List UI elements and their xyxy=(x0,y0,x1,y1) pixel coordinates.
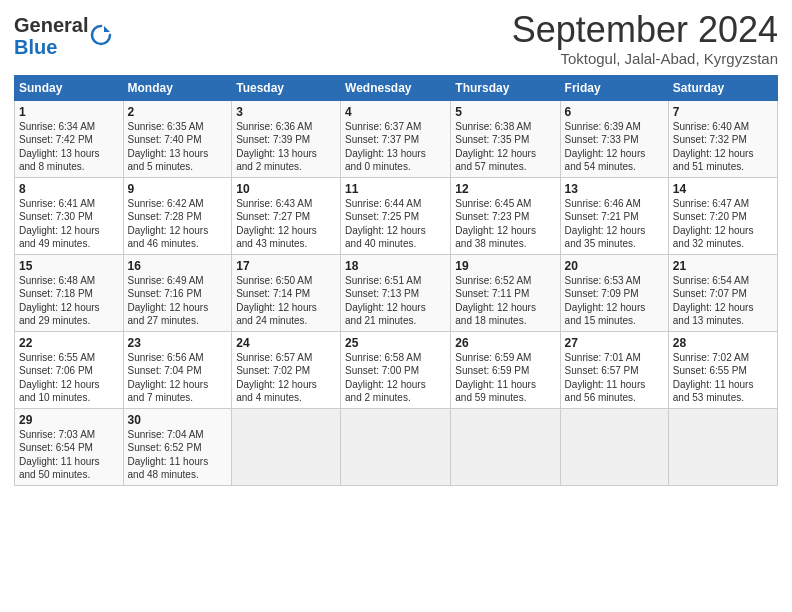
month-title: September 2024 xyxy=(512,10,778,50)
day-info: Sunrise: 6:59 AMSunset: 6:59 PMDaylight:… xyxy=(455,351,555,405)
day-number: 3 xyxy=(236,105,336,119)
day-number: 11 xyxy=(345,182,446,196)
table-cell xyxy=(451,408,560,485)
day-info: Sunrise: 6:40 AMSunset: 7:32 PMDaylight:… xyxy=(673,120,773,174)
day-info: Sunrise: 6:51 AMSunset: 7:13 PMDaylight:… xyxy=(345,274,446,328)
table-cell: 9Sunrise: 6:42 AMSunset: 7:28 PMDaylight… xyxy=(123,177,232,254)
day-info: Sunrise: 6:55 AMSunset: 7:06 PMDaylight:… xyxy=(19,351,119,405)
day-info: Sunrise: 6:37 AMSunset: 7:37 PMDaylight:… xyxy=(345,120,446,174)
table-cell: 17Sunrise: 6:50 AMSunset: 7:14 PMDayligh… xyxy=(232,254,341,331)
week-row-4: 22Sunrise: 6:55 AMSunset: 7:06 PMDayligh… xyxy=(15,331,778,408)
table-cell: 3Sunrise: 6:36 AMSunset: 7:39 PMDaylight… xyxy=(232,100,341,177)
day-info: Sunrise: 6:36 AMSunset: 7:39 PMDaylight:… xyxy=(236,120,336,174)
col-friday: Friday xyxy=(560,75,668,100)
table-cell: 21Sunrise: 6:54 AMSunset: 7:07 PMDayligh… xyxy=(668,254,777,331)
day-info: Sunrise: 7:01 AMSunset: 6:57 PMDaylight:… xyxy=(565,351,664,405)
day-info: Sunrise: 6:39 AMSunset: 7:33 PMDaylight:… xyxy=(565,120,664,174)
table-cell: 2Sunrise: 6:35 AMSunset: 7:40 PMDaylight… xyxy=(123,100,232,177)
day-info: Sunrise: 6:49 AMSunset: 7:16 PMDaylight:… xyxy=(128,274,228,328)
col-saturday: Saturday xyxy=(668,75,777,100)
day-number: 4 xyxy=(345,105,446,119)
day-number: 13 xyxy=(565,182,664,196)
day-info: Sunrise: 6:50 AMSunset: 7:14 PMDaylight:… xyxy=(236,274,336,328)
week-row-2: 8Sunrise: 6:41 AMSunset: 7:30 PMDaylight… xyxy=(15,177,778,254)
day-info: Sunrise: 6:44 AMSunset: 7:25 PMDaylight:… xyxy=(345,197,446,251)
day-info: Sunrise: 6:46 AMSunset: 7:21 PMDaylight:… xyxy=(565,197,664,251)
table-cell: 11Sunrise: 6:44 AMSunset: 7:25 PMDayligh… xyxy=(341,177,451,254)
col-wednesday: Wednesday xyxy=(341,75,451,100)
day-number: 22 xyxy=(19,336,119,350)
table-cell: 26Sunrise: 6:59 AMSunset: 6:59 PMDayligh… xyxy=(451,331,560,408)
table-cell xyxy=(341,408,451,485)
table-cell: 18Sunrise: 6:51 AMSunset: 7:13 PMDayligh… xyxy=(341,254,451,331)
table-cell: 7Sunrise: 6:40 AMSunset: 7:32 PMDaylight… xyxy=(668,100,777,177)
table-cell: 6Sunrise: 6:39 AMSunset: 7:33 PMDaylight… xyxy=(560,100,668,177)
day-info: Sunrise: 6:38 AMSunset: 7:35 PMDaylight:… xyxy=(455,120,555,174)
col-monday: Monday xyxy=(123,75,232,100)
location: Toktogul, Jalal-Abad, Kyrgyzstan xyxy=(512,50,778,67)
table-cell: 4Sunrise: 6:37 AMSunset: 7:37 PMDaylight… xyxy=(341,100,451,177)
main-container: GeneralBlue September 2024 Toktogul, Jal… xyxy=(0,0,792,496)
logo-icon xyxy=(90,24,112,46)
day-number: 27 xyxy=(565,336,664,350)
day-number: 16 xyxy=(128,259,228,273)
table-cell: 8Sunrise: 6:41 AMSunset: 7:30 PMDaylight… xyxy=(15,177,124,254)
header: GeneralBlue September 2024 Toktogul, Jal… xyxy=(14,10,778,67)
day-info: Sunrise: 6:57 AMSunset: 7:02 PMDaylight:… xyxy=(236,351,336,405)
day-info: Sunrise: 7:03 AMSunset: 6:54 PMDaylight:… xyxy=(19,428,119,482)
day-number: 17 xyxy=(236,259,336,273)
week-row-5: 29Sunrise: 7:03 AMSunset: 6:54 PMDayligh… xyxy=(15,408,778,485)
day-info: Sunrise: 6:53 AMSunset: 7:09 PMDaylight:… xyxy=(565,274,664,328)
table-cell: 24Sunrise: 6:57 AMSunset: 7:02 PMDayligh… xyxy=(232,331,341,408)
table-cell: 25Sunrise: 6:58 AMSunset: 7:00 PMDayligh… xyxy=(341,331,451,408)
day-number: 28 xyxy=(673,336,773,350)
table-cell: 30Sunrise: 7:04 AMSunset: 6:52 PMDayligh… xyxy=(123,408,232,485)
day-number: 29 xyxy=(19,413,119,427)
table-cell xyxy=(668,408,777,485)
day-number: 9 xyxy=(128,182,228,196)
day-info: Sunrise: 6:58 AMSunset: 7:00 PMDaylight:… xyxy=(345,351,446,405)
table-cell: 19Sunrise: 6:52 AMSunset: 7:11 PMDayligh… xyxy=(451,254,560,331)
day-info: Sunrise: 6:56 AMSunset: 7:04 PMDaylight:… xyxy=(128,351,228,405)
week-row-3: 15Sunrise: 6:48 AMSunset: 7:18 PMDayligh… xyxy=(15,254,778,331)
day-number: 14 xyxy=(673,182,773,196)
table-cell: 13Sunrise: 6:46 AMSunset: 7:21 PMDayligh… xyxy=(560,177,668,254)
day-info: Sunrise: 6:34 AMSunset: 7:42 PMDaylight:… xyxy=(19,120,119,174)
table-cell: 22Sunrise: 6:55 AMSunset: 7:06 PMDayligh… xyxy=(15,331,124,408)
day-number: 7 xyxy=(673,105,773,119)
day-number: 24 xyxy=(236,336,336,350)
table-cell: 12Sunrise: 6:45 AMSunset: 7:23 PMDayligh… xyxy=(451,177,560,254)
logo-text: GeneralBlue xyxy=(14,14,88,58)
col-thursday: Thursday xyxy=(451,75,560,100)
day-info: Sunrise: 6:43 AMSunset: 7:27 PMDaylight:… xyxy=(236,197,336,251)
calendar-header: Sunday Monday Tuesday Wednesday Thursday… xyxy=(15,75,778,100)
day-info: Sunrise: 6:48 AMSunset: 7:18 PMDaylight:… xyxy=(19,274,119,328)
day-number: 21 xyxy=(673,259,773,273)
day-number: 8 xyxy=(19,182,119,196)
col-sunday: Sunday xyxy=(15,75,124,100)
header-row: Sunday Monday Tuesday Wednesday Thursday… xyxy=(15,75,778,100)
table-cell: 1Sunrise: 6:34 AMSunset: 7:42 PMDaylight… xyxy=(15,100,124,177)
logo-blue: Blue xyxy=(14,36,57,58)
day-number: 10 xyxy=(236,182,336,196)
table-cell: 28Sunrise: 7:02 AMSunset: 6:55 PMDayligh… xyxy=(668,331,777,408)
day-info: Sunrise: 6:45 AMSunset: 7:23 PMDaylight:… xyxy=(455,197,555,251)
day-number: 26 xyxy=(455,336,555,350)
day-number: 20 xyxy=(565,259,664,273)
table-cell xyxy=(560,408,668,485)
calendar-body: 1Sunrise: 6:34 AMSunset: 7:42 PMDaylight… xyxy=(15,100,778,485)
table-cell: 15Sunrise: 6:48 AMSunset: 7:18 PMDayligh… xyxy=(15,254,124,331)
logo: GeneralBlue xyxy=(14,14,112,58)
day-info: Sunrise: 6:42 AMSunset: 7:28 PMDaylight:… xyxy=(128,197,228,251)
day-number: 6 xyxy=(565,105,664,119)
day-info: Sunrise: 6:35 AMSunset: 7:40 PMDaylight:… xyxy=(128,120,228,174)
day-info: Sunrise: 7:04 AMSunset: 6:52 PMDaylight:… xyxy=(128,428,228,482)
day-number: 12 xyxy=(455,182,555,196)
day-number: 25 xyxy=(345,336,446,350)
day-number: 2 xyxy=(128,105,228,119)
col-tuesday: Tuesday xyxy=(232,75,341,100)
day-info: Sunrise: 6:52 AMSunset: 7:11 PMDaylight:… xyxy=(455,274,555,328)
day-number: 1 xyxy=(19,105,119,119)
day-number: 18 xyxy=(345,259,446,273)
table-cell: 29Sunrise: 7:03 AMSunset: 6:54 PMDayligh… xyxy=(15,408,124,485)
